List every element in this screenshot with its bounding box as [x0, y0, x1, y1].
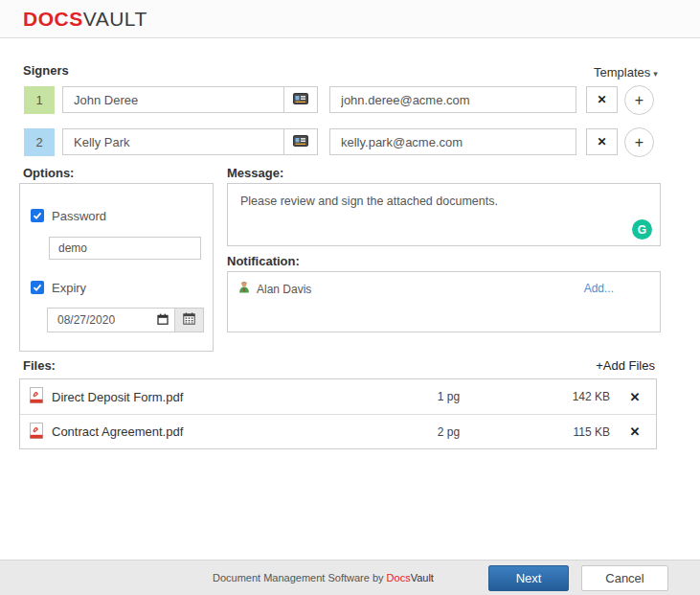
message-textarea[interactable]: Please review and sign the attached docu…: [228, 184, 660, 245]
esign-dialog: DOCSVAULT Signers Templates▾ 1 ✕ + 2 ✕ +…: [0, 0, 700, 595]
close-icon: ✕: [597, 93, 606, 106]
file-size: 142 KB: [523, 390, 614, 403]
tagline-text: Document Management Software by: [213, 572, 387, 584]
expiry-checkbox-label: Expiry: [52, 281, 86, 295]
calendar-button[interactable]: [174, 308, 204, 332]
message-box: Please review and sign the attached docu…: [227, 183, 661, 246]
signer-email-input[interactable]: [329, 128, 576, 155]
plus-icon: +: [596, 358, 603, 373]
signer-name-input[interactable]: [62, 128, 284, 155]
file-pages: 2 pg: [374, 425, 523, 439]
options-label: Options:: [23, 166, 74, 180]
signer-order-badge: 1: [24, 86, 55, 114]
signer-name-input[interactable]: [62, 86, 284, 113]
signer-email-input[interactable]: [329, 86, 576, 113]
grammarly-icon[interactable]: G: [632, 219, 652, 240]
message-label: Message:: [227, 166, 283, 180]
remove-signer-button[interactable]: ✕: [586, 128, 618, 155]
files-table: Direct Deposit Form.pdf 1 pg 142 KB ✕ Co…: [19, 378, 657, 449]
footer-tagline: Document Management Software by DocsVaul…: [213, 561, 434, 595]
contact-picker-button[interactable]: [283, 86, 318, 113]
expiry-date-input[interactable]: 08/27/2020: [47, 308, 175, 332]
logo-vault: VAULT: [83, 8, 147, 30]
pdf-file-icon: [30, 423, 43, 442]
file-name: Direct Deposit Form.pdf: [52, 390, 183, 404]
signer-order-badge: 2: [24, 128, 55, 156]
add-signer-button[interactable]: +: [624, 85, 654, 115]
tagline-brand-vault: Vault: [411, 572, 434, 584]
chevron-down-icon: ▾: [653, 69, 658, 79]
password-checkbox[interactable]: [31, 209, 44, 222]
footer-bar: Document Management Software by DocsVaul…: [0, 560, 700, 595]
file-name-cell: Direct Deposit Form.pdf: [20, 387, 374, 406]
person-icon: [237, 281, 251, 298]
templates-dropdown[interactable]: Templates▾: [594, 65, 658, 80]
remove-file-button[interactable]: ✕: [614, 390, 656, 404]
plus-icon: +: [635, 92, 644, 109]
logo-docs: DOCS: [23, 8, 83, 30]
cancel-button[interactable]: Cancel: [581, 565, 668, 591]
remove-file-button[interactable]: ✕: [614, 424, 656, 439]
file-row: Direct Deposit Form.pdf 1 pg 142 KB ✕: [20, 379, 656, 414]
signers-label: Signers: [23, 63, 69, 78]
recipient-name: Alan Davis: [257, 283, 311, 296]
close-icon: ✕: [630, 390, 641, 404]
date-picker-icon[interactable]: [157, 313, 169, 328]
file-pages: 1 pg: [374, 390, 523, 403]
expiry-date-group: 08/27/2020: [47, 308, 204, 332]
add-signer-button[interactable]: +: [624, 127, 654, 157]
notification-panel: Alan Davis Add...: [227, 271, 661, 332]
close-icon: ✕: [597, 135, 606, 149]
docsvault-logo: DOCSVAULT: [23, 0, 147, 38]
plus-icon: +: [635, 134, 644, 151]
password-input[interactable]: [49, 237, 201, 260]
templates-label: Templates: [594, 65, 650, 80]
file-name: Contract Agreement.pdf: [52, 424, 183, 439]
next-button[interactable]: Next: [488, 565, 569, 591]
close-icon: ✕: [630, 424, 641, 439]
files-label: Files:: [23, 358, 56, 373]
file-name-cell: Contract Agreement.pdf: [20, 423, 374, 442]
contact-card-icon: [293, 91, 308, 108]
calendar-icon: [183, 311, 195, 329]
add-recipient-link[interactable]: Add...: [584, 282, 614, 295]
file-row: Contract Agreement.pdf 2 pg 115 KB ✕: [20, 414, 656, 448]
add-files-button[interactable]: +Add Files: [596, 358, 655, 373]
pdf-file-icon: [30, 387, 43, 406]
contact-card-icon: [293, 133, 308, 150]
expiry-date-value: 08/27/2020: [57, 313, 157, 327]
expiry-checkbox[interactable]: [31, 281, 44, 294]
contact-picker-button[interactable]: [283, 128, 318, 155]
header-bar: DOCSVAULT: [0, 0, 700, 38]
remove-signer-button[interactable]: ✕: [586, 86, 618, 113]
notification-recipient: Alan Davis: [237, 281, 311, 298]
file-size: 115 KB: [523, 425, 614, 439]
notification-label: Notification:: [227, 254, 300, 268]
tagline-brand-docs: Docs: [387, 572, 411, 584]
options-panel: Password Expiry 08/27/2020: [19, 183, 214, 352]
add-files-label: Add Files: [603, 358, 655, 373]
password-checkbox-label: Password: [52, 209, 106, 223]
